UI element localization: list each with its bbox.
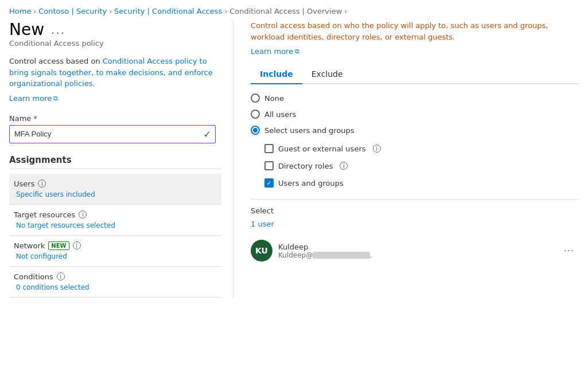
assignment-conditions[interactable]: Conditions i 0 conditions selected (9, 267, 221, 298)
assignment-users-label: Users (14, 180, 34, 188)
user-info: Kuldeep Kuldeep@. (278, 243, 554, 259)
assignment-users-value: Specific users included (14, 190, 217, 198)
radio-all-users-label: All users (264, 110, 296, 119)
name-input-wrapper: ✓ (9, 125, 216, 143)
breadcrumb-overview: Conditional Access | Overview (229, 7, 342, 15)
checkbox-users-groups-label: Users and groups (278, 179, 344, 188)
name-input[interactable] (9, 125, 216, 143)
name-valid-checkmark: ✓ (204, 128, 211, 139)
user-email-redacted (313, 252, 370, 259)
page-title: New ... (9, 20, 221, 39)
checkbox-directory-roles[interactable]: Directory roles i (264, 161, 579, 170)
name-field-label: Name * (9, 114, 221, 123)
right-external-link-icon: ⧉ (295, 48, 299, 55)
right-learn-more-text: Learn more (251, 47, 293, 56)
required-star: * (34, 114, 38, 123)
radio-none-indicator (251, 93, 260, 103)
name-field-section: Name * ✓ (9, 114, 221, 143)
breadcrumb-sep-3: › (224, 7, 227, 15)
network-info-icon[interactable]: i (73, 241, 81, 249)
assignment-users[interactable]: Users i Specific users included (9, 174, 221, 205)
select-label: Select (251, 206, 579, 215)
conditions-info-icon[interactable]: i (57, 272, 65, 280)
user-email-dot: . (370, 251, 372, 259)
users-info-icon[interactable]: i (38, 180, 46, 188)
assignment-target-value: No target resources selected (14, 221, 217, 229)
include-exclude-tabs: Include Exclude (251, 65, 579, 84)
breadcrumb-sep-4: › (344, 7, 347, 15)
user-scope-radio-group: None All users Select users and groups G… (251, 93, 579, 188)
user-avatar: KU (251, 240, 272, 262)
select-users-checkbox-group: Guest or external users i Directory role… (251, 144, 579, 188)
breadcrumb-home[interactable]: Home (9, 7, 31, 15)
page-title-text: New (9, 20, 44, 39)
radio-none-label: None (264, 94, 284, 103)
ellipsis-button[interactable]: ... (51, 23, 65, 37)
tab-include[interactable]: Include (251, 65, 302, 83)
left-learn-more-link[interactable]: Learn more ⧉ (9, 94, 58, 103)
checkbox-users-groups[interactable]: Users and groups (264, 178, 579, 188)
breadcrumb-sep-1: › (33, 7, 36, 15)
user-more-options-button[interactable]: ··· (559, 243, 579, 259)
checkbox-users-groups-indicator (264, 178, 274, 188)
right-learn-more-link[interactable]: Learn more ⧉ (251, 47, 299, 56)
radio-select-indicator (251, 126, 260, 135)
assignment-conditions-label: Conditions (14, 272, 53, 281)
radio-select-users-groups[interactable]: Select users and groups (251, 126, 579, 135)
radio-all-users-indicator (251, 110, 260, 119)
breadcrumb-conditional-access[interactable]: Security | Conditional Access (114, 7, 222, 15)
radio-all-users[interactable]: All users (251, 110, 579, 119)
new-badge: NEW (48, 241, 69, 250)
select-count[interactable]: 1 user (251, 220, 579, 228)
left-learn-more-text: Learn more (9, 94, 52, 103)
user-name: Kuldeep (278, 243, 554, 251)
checkbox-guest-label: Guest or external users (278, 145, 366, 153)
radio-select-label: Select users and groups (264, 126, 355, 135)
target-info-icon[interactable]: i (79, 210, 87, 219)
breadcrumb: Home › Contoso | Security › Security | C… (0, 0, 588, 20)
breadcrumb-security[interactable]: Contoso | Security (38, 7, 107, 15)
checkbox-directory-label: Directory roles (278, 162, 333, 170)
name-label-text: Name (9, 114, 31, 123)
assignment-target-resources[interactable]: Target resources i No target resources s… (9, 205, 221, 236)
page-subtitle: Conditional Access policy (9, 39, 221, 48)
guest-users-info-icon[interactable]: i (373, 145, 381, 153)
assignment-conditions-value: 0 conditions selected (14, 283, 217, 291)
user-email-prefix: Kuldeep@ (278, 251, 313, 259)
assignment-network-label: Network (14, 241, 45, 250)
left-panel: New ... Conditional Access policy Contro… (9, 20, 233, 298)
left-description: Control access based on Conditional Acce… (9, 56, 221, 89)
assignment-network-value: Not configured (14, 252, 217, 260)
select-section: Select 1 user KU Kuldeep Kuldeep@. ··· (251, 199, 579, 266)
directory-roles-info-icon[interactable]: i (340, 162, 348, 170)
highlight-text: Conditional Access policy to bring signa… (9, 57, 213, 88)
user-email: Kuldeep@. (278, 251, 554, 259)
checkbox-guest-indicator (264, 144, 274, 153)
assignment-target-label: Target resources (14, 210, 75, 219)
breadcrumb-sep-2: › (109, 7, 112, 15)
right-description: Control access based on who the policy w… (251, 20, 579, 42)
assignment-network[interactable]: Network NEW i Not configured (9, 236, 221, 267)
checkbox-directory-indicator (264, 161, 274, 170)
tab-exclude[interactable]: Exclude (302, 65, 352, 83)
assignments-section-title: Assignments (9, 155, 221, 169)
checkbox-guest-users[interactable]: Guest or external users i (264, 144, 579, 153)
radio-none[interactable]: None (251, 93, 579, 103)
right-panel: Control access based on who the policy w… (233, 20, 579, 298)
external-link-icon: ⧉ (53, 95, 58, 102)
user-item: KU Kuldeep Kuldeep@. ··· (251, 235, 579, 266)
